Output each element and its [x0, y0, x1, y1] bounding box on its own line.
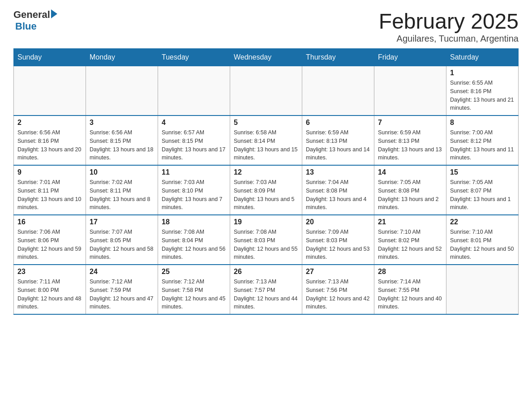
day-number: 1 [450, 69, 515, 77]
day-number: 21 [378, 218, 442, 226]
calendar-week-row: 9Sunrise: 7:01 AM Sunset: 8:11 PM Daylig… [14, 165, 519, 215]
day-info: Sunrise: 7:05 AM Sunset: 8:07 PM Dayligh… [450, 178, 515, 212]
calendar-cell: 1Sunrise: 6:55 AM Sunset: 8:16 PM Daylig… [446, 66, 519, 116]
calendar-cell: 19Sunrise: 7:08 AM Sunset: 8:03 PM Dayli… [230, 215, 302, 265]
day-number: 27 [306, 268, 370, 276]
calendar-cell: 25Sunrise: 7:12 AM Sunset: 7:58 PM Dayli… [158, 265, 230, 314]
calendar-cell: 5Sunrise: 6:58 AM Sunset: 8:14 PM Daylig… [230, 116, 302, 165]
day-info: Sunrise: 7:10 AM Sunset: 8:02 PM Dayligh… [378, 228, 442, 261]
day-number: 3 [90, 119, 154, 127]
days-of-week-row: SundayMondayTuesdayWednesdayThursdayFrid… [14, 49, 519, 66]
calendar-cell [158, 66, 230, 116]
day-number: 19 [234, 218, 298, 226]
calendar-cell: 8Sunrise: 7:00 AM Sunset: 8:12 PM Daylig… [446, 116, 519, 165]
day-number: 18 [162, 218, 226, 226]
calendar-cell: 2Sunrise: 6:56 AM Sunset: 8:16 PM Daylig… [14, 116, 86, 165]
calendar-title-block: February 2025 Aguilares, Tucuman, Argent… [379, 9, 519, 44]
calendar-cell [446, 265, 519, 314]
calendar-cell: 14Sunrise: 7:05 AM Sunset: 8:08 PM Dayli… [374, 165, 446, 215]
day-number: 17 [90, 218, 154, 226]
calendar-cell: 22Sunrise: 7:10 AM Sunset: 8:01 PM Dayli… [446, 215, 519, 265]
calendar-cell: 15Sunrise: 7:05 AM Sunset: 8:07 PM Dayli… [446, 165, 519, 215]
calendar-cell [86, 66, 158, 116]
logo-arrow-icon [51, 9, 57, 18]
calendar-cell: 13Sunrise: 7:04 AM Sunset: 8:08 PM Dayli… [302, 165, 374, 215]
calendar-week-row: 23Sunrise: 7:11 AM Sunset: 8:00 PM Dayli… [14, 265, 519, 314]
calendar-cell: 23Sunrise: 7:11 AM Sunset: 8:00 PM Dayli… [14, 265, 86, 314]
calendar-cell: 3Sunrise: 6:56 AM Sunset: 8:15 PM Daylig… [86, 116, 158, 165]
calendar-cell [302, 66, 374, 116]
day-info: Sunrise: 7:04 AM Sunset: 8:08 PM Dayligh… [306, 178, 370, 212]
logo-general-text: General [13, 9, 50, 21]
day-number: 24 [90, 268, 154, 276]
calendar-cell: 28Sunrise: 7:14 AM Sunset: 7:55 PM Dayli… [374, 265, 446, 314]
day-number: 8 [450, 119, 515, 127]
day-header-friday: Friday [374, 49, 446, 66]
day-info: Sunrise: 7:03 AM Sunset: 8:09 PM Dayligh… [234, 178, 298, 212]
day-number: 26 [234, 268, 298, 276]
day-header-wednesday: Wednesday [230, 49, 302, 66]
calendar-week-row: 16Sunrise: 7:06 AM Sunset: 8:06 PM Dayli… [14, 215, 519, 265]
calendar-cell [14, 66, 86, 116]
day-header-tuesday: Tuesday [158, 49, 230, 66]
day-info: Sunrise: 7:02 AM Sunset: 8:11 PM Dayligh… [90, 178, 154, 212]
calendar-table: SundayMondayTuesdayWednesdayThursdayFrid… [13, 48, 519, 315]
calendar-week-row: 1Sunrise: 6:55 AM Sunset: 8:16 PM Daylig… [14, 66, 519, 116]
day-info: Sunrise: 7:12 AM Sunset: 7:58 PM Dayligh… [162, 278, 226, 311]
day-number: 14 [378, 168, 442, 176]
calendar-cell: 6Sunrise: 6:59 AM Sunset: 8:13 PM Daylig… [302, 116, 374, 165]
day-header-monday: Monday [86, 49, 158, 66]
calendar-header: SundayMondayTuesdayWednesdayThursdayFrid… [14, 49, 519, 66]
day-info: Sunrise: 6:59 AM Sunset: 8:13 PM Dayligh… [306, 128, 370, 162]
day-number: 13 [306, 168, 370, 176]
day-info: Sunrise: 7:08 AM Sunset: 8:04 PM Dayligh… [162, 228, 226, 261]
day-info: Sunrise: 6:56 AM Sunset: 8:15 PM Dayligh… [90, 128, 154, 162]
calendar-cell: 26Sunrise: 7:13 AM Sunset: 7:57 PM Dayli… [230, 265, 302, 314]
day-info: Sunrise: 7:05 AM Sunset: 8:08 PM Dayligh… [378, 178, 442, 212]
calendar-cell [374, 66, 446, 116]
calendar-cell: 21Sunrise: 7:10 AM Sunset: 8:02 PM Dayli… [374, 215, 446, 265]
day-info: Sunrise: 7:11 AM Sunset: 8:00 PM Dayligh… [17, 278, 82, 311]
calendar-cell: 12Sunrise: 7:03 AM Sunset: 8:09 PM Dayli… [230, 165, 302, 215]
calendar-cell [230, 66, 302, 116]
calendar-cell: 10Sunrise: 7:02 AM Sunset: 8:11 PM Dayli… [86, 165, 158, 215]
logo: General Blue [13, 9, 57, 32]
day-info: Sunrise: 6:59 AM Sunset: 8:13 PM Dayligh… [378, 128, 442, 162]
calendar-cell: 17Sunrise: 7:07 AM Sunset: 8:05 PM Dayli… [86, 215, 158, 265]
day-number: 7 [378, 119, 442, 127]
calendar-cell: 11Sunrise: 7:03 AM Sunset: 8:10 PM Dayli… [158, 165, 230, 215]
page-header: General Blue February 2025 Aguilares, Tu… [13, 9, 519, 44]
calendar-subtitle: Aguilares, Tucuman, Argentina [379, 34, 519, 44]
day-info: Sunrise: 6:57 AM Sunset: 8:15 PM Dayligh… [162, 128, 226, 162]
day-info: Sunrise: 7:01 AM Sunset: 8:11 PM Dayligh… [17, 178, 82, 212]
day-info: Sunrise: 7:14 AM Sunset: 7:55 PM Dayligh… [378, 278, 442, 311]
day-header-saturday: Saturday [446, 49, 519, 66]
day-number: 25 [162, 268, 226, 276]
calendar-cell: 18Sunrise: 7:08 AM Sunset: 8:04 PM Dayli… [158, 215, 230, 265]
day-number: 15 [450, 168, 515, 176]
day-number: 2 [17, 119, 82, 127]
calendar-cell: 20Sunrise: 7:09 AM Sunset: 8:03 PM Dayli… [302, 215, 374, 265]
day-number: 28 [378, 268, 442, 276]
day-info: Sunrise: 7:13 AM Sunset: 7:56 PM Dayligh… [306, 278, 370, 311]
calendar-title: February 2025 [379, 9, 519, 34]
day-header-thursday: Thursday [302, 49, 374, 66]
calendar-cell: 9Sunrise: 7:01 AM Sunset: 8:11 PM Daylig… [14, 165, 86, 215]
day-number: 23 [17, 268, 82, 276]
day-info: Sunrise: 7:12 AM Sunset: 7:59 PM Dayligh… [90, 278, 154, 311]
day-number: 22 [450, 218, 515, 226]
day-info: Sunrise: 7:03 AM Sunset: 8:10 PM Dayligh… [162, 178, 226, 212]
day-number: 10 [90, 168, 154, 176]
day-info: Sunrise: 6:55 AM Sunset: 8:16 PM Dayligh… [450, 79, 515, 112]
day-info: Sunrise: 7:06 AM Sunset: 8:06 PM Dayligh… [17, 228, 82, 261]
day-info: Sunrise: 7:13 AM Sunset: 7:57 PM Dayligh… [234, 278, 298, 311]
day-number: 11 [162, 168, 226, 176]
calendar-week-row: 2Sunrise: 6:56 AM Sunset: 8:16 PM Daylig… [14, 116, 519, 165]
day-info: Sunrise: 7:10 AM Sunset: 8:01 PM Dayligh… [450, 228, 515, 261]
day-info: Sunrise: 7:09 AM Sunset: 8:03 PM Dayligh… [306, 228, 370, 261]
day-info: Sunrise: 7:07 AM Sunset: 8:05 PM Dayligh… [90, 228, 154, 261]
day-number: 5 [234, 119, 298, 127]
day-number: 16 [17, 218, 82, 226]
calendar-body: 1Sunrise: 6:55 AM Sunset: 8:16 PM Daylig… [14, 66, 519, 315]
calendar-cell: 16Sunrise: 7:06 AM Sunset: 8:06 PM Dayli… [14, 215, 86, 265]
